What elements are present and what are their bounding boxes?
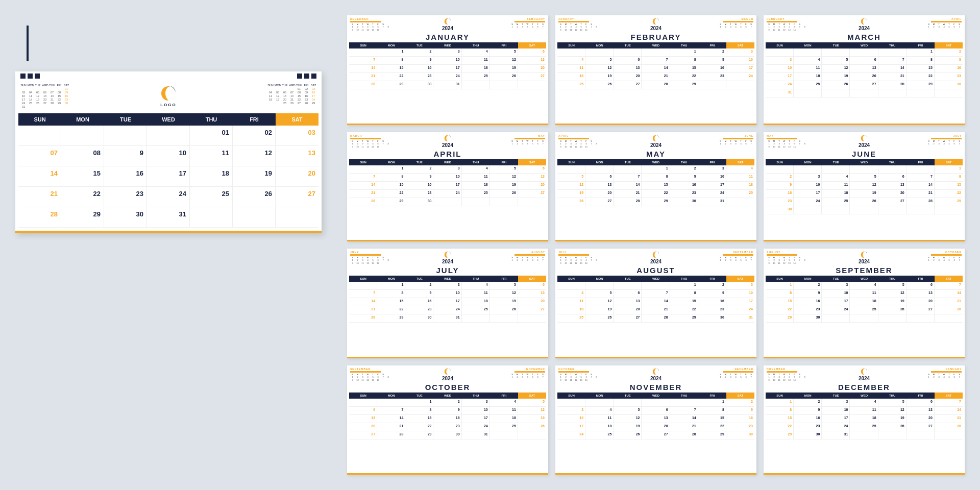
prev-day-row6: 31 xyxy=(20,105,87,108)
cal-cell: 21 xyxy=(18,187,61,207)
cal-cell: 17 xyxy=(147,166,190,186)
prev-day-row5: 24252627282930 xyxy=(20,102,87,105)
header-sun: SUN xyxy=(18,113,61,126)
cal-cell xyxy=(147,126,190,145)
cal-cell: 02 xyxy=(233,126,276,145)
cal-cell: 18 xyxy=(190,166,233,186)
cal-cell: 27 xyxy=(276,187,318,207)
cal-cell xyxy=(276,207,318,227)
mini-calendars-grid: DECEMBER SMTWTFS 1234567891011121314 202… xyxy=(347,15,965,475)
mini-calendar-october: SEPTEMBER SMTWTFS 1234567891011121314 20… xyxy=(347,365,548,475)
square-dot xyxy=(28,74,33,79)
next-day-row2: 04050607080910 xyxy=(267,91,316,94)
logo-text: LOGO xyxy=(160,103,177,107)
cal-cell xyxy=(233,207,276,227)
cal-cell: 30 xyxy=(104,207,147,227)
mini-calendar-january: DECEMBER SMTWTFS 1234567891011121314 202… xyxy=(347,15,548,125)
square-dot xyxy=(304,74,309,79)
cal-cell: 24 xyxy=(147,187,190,207)
next-day-row5: 2526272829 xyxy=(282,102,316,105)
cal-cell: 28 xyxy=(18,207,61,227)
prev-day-row4: 17181920212223 xyxy=(20,98,87,101)
cal-cell: 16 xyxy=(104,166,147,186)
mini-calendar-september: AUGUST SMTWTFS 1234567891011121314 2024O… xyxy=(764,249,965,358)
cal-cell: 23 xyxy=(104,187,147,207)
square-dot xyxy=(20,74,26,79)
cal-row: 28 29 30 31 xyxy=(18,207,318,228)
cal-cell: 14 xyxy=(18,166,61,186)
cal-cell: 20 xyxy=(276,166,318,186)
left-panel: SUNMONTUEWEDTHUFRISAT 01 03040506070809 … xyxy=(15,15,332,233)
mini-calendar-february: JANUARY SMTWTFS 1234567891011121314 2024… xyxy=(555,15,756,125)
title-area xyxy=(15,15,332,61)
main-container: SUNMONTUEWEDTHUFRISAT 01 03040506070809 … xyxy=(15,15,965,475)
header-thu: THU xyxy=(190,113,233,126)
header-sat: SAT xyxy=(276,113,318,126)
next-day-row3: 11121314151617 xyxy=(267,94,316,97)
cal-cell: 01 xyxy=(190,126,233,145)
cal-cell: 12 xyxy=(233,146,276,166)
cal-row: 07 08 9 10 11 12 13 xyxy=(18,146,318,166)
cal-cell xyxy=(104,126,147,145)
cal-cell: 13 xyxy=(276,146,318,166)
cal-cell: 29 xyxy=(61,207,104,227)
logo-icon xyxy=(159,84,178,103)
square-dot xyxy=(297,74,302,79)
next-day-row4: 18192021222324 xyxy=(267,98,316,101)
prev-day-row3: 10111213141516 xyxy=(20,94,87,97)
cal-cell: 25 xyxy=(190,187,233,207)
cal-cell: 07 xyxy=(18,146,61,166)
header-squares-left xyxy=(15,71,322,79)
cal-cell: 22 xyxy=(61,187,104,207)
mini-calendar-july: JUNE SMTWTFS 1234567891011121314 2024AUG… xyxy=(347,249,548,358)
mini-calendar-august: JULY SMTWTFS 1234567891011121314 2024SEP… xyxy=(555,249,756,358)
cal-cell xyxy=(61,126,104,145)
cal-row: 01 02 03 xyxy=(18,126,318,146)
mini-calendar-march: FEBRUARY SMTWTFS 1234567891011121314 202… xyxy=(764,15,965,125)
cal-cell: 26 xyxy=(233,187,276,207)
mini-calendar-june: MAY SMTWTFS 1234567891011121314 2024JULY… xyxy=(764,132,965,242)
prev-week-row: SUNMONTUEWEDTHUFRISAT xyxy=(20,84,87,87)
cal-cell: 31 xyxy=(147,207,190,227)
main-cal-grid: 01 02 03 07 08 9 10 11 12 13 14 15 xyxy=(15,126,322,231)
next-week-row: SUNMONTUEWEDTHUFRISAT xyxy=(267,84,316,87)
prev-day-row2: 03040506070809 xyxy=(20,91,87,94)
mini-calendar-april: MARCH SMTWTFS 1234567891011121314 2024MA… xyxy=(347,132,548,242)
header-wed: WED xyxy=(147,113,190,126)
next-day-row1: 010203 xyxy=(267,87,316,90)
cal-cell: 08 xyxy=(61,146,104,166)
cal-cell xyxy=(18,126,61,145)
title-divider xyxy=(27,26,29,61)
main-calendar: SUNMONTUEWEDTHUFRISAT 01 03040506070809 … xyxy=(15,71,322,233)
header-mon: MON xyxy=(61,113,104,126)
header-fri: FRI xyxy=(233,113,276,126)
cal-row: 21 22 23 24 25 26 27 xyxy=(18,187,318,207)
header-tue: TUE xyxy=(104,113,147,126)
cal-cell: 19 xyxy=(233,166,276,186)
square-dot xyxy=(311,74,316,79)
mini-calendar-may: APRIL SMTWTFS 1234567891011121314 2024JU… xyxy=(555,132,756,242)
logo-area: LOGO xyxy=(87,83,250,108)
prev-day-row1: 01 xyxy=(20,87,87,90)
mini-calendar-december: NOVEMBER SMTWTFS 1234567891011121314 202… xyxy=(764,365,965,475)
next-month-mini: SUNMONTUEWEDTHUFRISAT 010203 04050607080… xyxy=(250,83,316,108)
cal-cell: 15 xyxy=(61,166,104,186)
cal-row: 14 15 16 17 18 19 20 xyxy=(18,166,318,187)
prev-month-mini: SUNMONTUEWEDTHUFRISAT 01 03040506070809 … xyxy=(20,83,87,108)
mini-calendar-november: OCTOBER SMTWTFS 1234567891011121314 2024… xyxy=(555,365,756,475)
cal-cell: 10 xyxy=(147,146,190,166)
cal-cell: 11 xyxy=(190,146,233,166)
cal-cell: 03 xyxy=(276,126,318,145)
square-dot xyxy=(35,74,40,79)
cal-cell xyxy=(190,207,233,227)
day-headers: SUN MON TUE WED THU FRI SAT xyxy=(15,113,322,126)
cal-cell: 9 xyxy=(104,146,147,166)
cal-header: SUNMONTUEWEDTHUFRISAT 01 03040506070809 … xyxy=(15,79,322,110)
